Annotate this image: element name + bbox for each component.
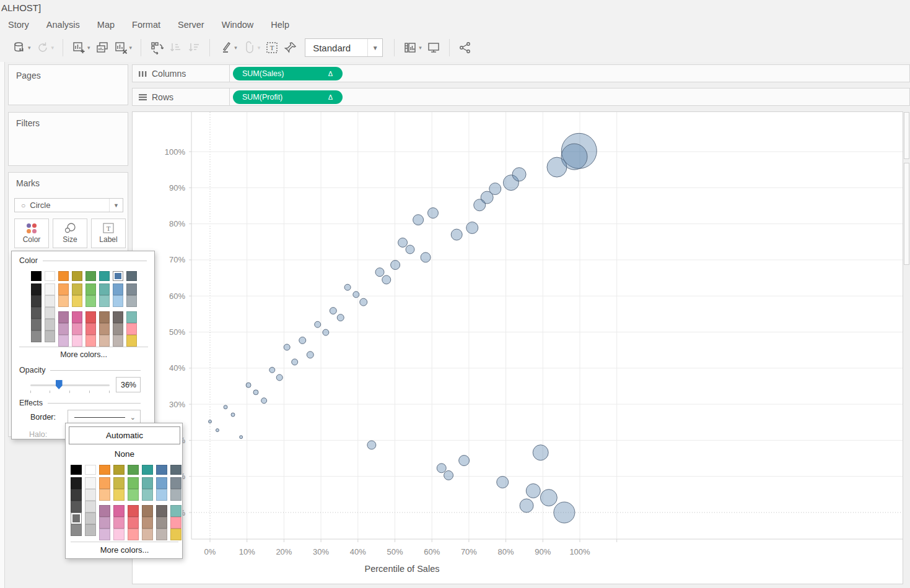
color-swatch[interactable] — [142, 505, 153, 517]
color-swatch[interactable] — [31, 307, 42, 319]
data-point[interactable] — [344, 284, 351, 290]
color-swatch[interactable] — [113, 465, 125, 475]
presentation-mode-button[interactable] — [424, 37, 443, 58]
color-swatch[interactable] — [58, 295, 69, 307]
color-swatch[interactable] — [142, 477, 153, 489]
data-point[interactable] — [459, 456, 470, 466]
color-swatch[interactable] — [72, 335, 82, 347]
color-swatch[interactable] — [142, 517, 153, 529]
color-swatch[interactable] — [85, 512, 96, 524]
color-swatch[interactable] — [126, 335, 137, 347]
color-swatch[interactable] — [85, 524, 96, 536]
collapsed-data-pane[interactable] — [0, 62, 5, 588]
color-swatch[interactable] — [45, 307, 55, 319]
data-point[interactable] — [353, 292, 359, 298]
data-point[interactable] — [276, 374, 282, 381]
color-swatch[interactable] — [31, 331, 42, 342]
color-swatch[interactable] — [142, 489, 153, 501]
caret-icon[interactable]: ▼ — [367, 39, 382, 56]
color-swatch[interactable] — [113, 271, 123, 281]
color-swatch[interactable] — [113, 517, 125, 529]
color-swatch[interactable] — [31, 319, 42, 331]
data-point[interactable] — [512, 168, 526, 181]
filters-card[interactable]: Filters — [8, 112, 128, 166]
new-worksheet-button[interactable]: ▾ — [69, 37, 93, 58]
color-swatch[interactable] — [85, 295, 96, 307]
fix-axes-button[interactable] — [281, 37, 300, 58]
color-swatch[interactable] — [128, 465, 139, 475]
color-swatch[interactable] — [126, 323, 137, 335]
color-button[interactable]: Color — [14, 218, 49, 248]
color-swatch[interactable] — [113, 505, 125, 517]
data-point[interactable] — [533, 445, 548, 460]
color-swatch[interactable] — [85, 335, 96, 347]
show-hide-cards-button[interactable]: ▾ — [401, 37, 424, 58]
datasource-button[interactable]: ▾ — [10, 37, 33, 58]
data-point[interactable] — [444, 470, 453, 480]
data-point[interactable] — [209, 420, 212, 423]
data-point[interactable] — [224, 405, 227, 409]
data-point[interactable] — [497, 477, 509, 488]
color-swatch[interactable] — [85, 271, 96, 281]
color-swatch[interactable] — [126, 271, 137, 281]
data-point[interactable] — [540, 490, 557, 506]
data-point[interactable] — [427, 208, 438, 218]
color-swatch[interactable] — [58, 335, 69, 347]
color-swatch[interactable] — [72, 283, 82, 295]
pill-sum-sales[interactable]: SUM(Sales) Δ — [233, 67, 343, 80]
opacity-slider[interactable] — [30, 384, 110, 386]
data-point[interactable] — [437, 464, 446, 473]
data-point[interactable] — [284, 344, 290, 350]
mark-type-dropdown[interactable]: ○ Circle ▼ — [14, 198, 123, 212]
color-swatch[interactable] — [156, 505, 167, 517]
color-swatch[interactable] — [58, 311, 69, 323]
color-swatch[interactable] — [128, 477, 139, 489]
color-swatch[interactable] — [72, 295, 82, 307]
caret-icon[interactable]: ▾ — [234, 45, 237, 51]
color-swatch[interactable] — [31, 283, 42, 295]
data-point[interactable] — [240, 436, 243, 439]
data-point[interactable] — [474, 199, 486, 211]
color-swatch[interactable] — [99, 477, 110, 489]
color-swatch[interactable] — [45, 283, 55, 295]
color-swatch[interactable] — [72, 311, 82, 323]
data-point[interactable] — [547, 157, 567, 177]
menu-item-format[interactable]: Format — [132, 20, 160, 30]
color-swatch[interactable] — [126, 295, 137, 307]
color-swatch[interactable] — [71, 489, 82, 501]
color-swatch[interactable] — [99, 517, 110, 529]
data-point[interactable] — [421, 253, 431, 262]
color-swatch[interactable] — [99, 505, 110, 517]
color-swatch[interactable] — [156, 529, 167, 540]
data-point[interactable] — [253, 390, 258, 395]
color-swatch[interactable] — [99, 283, 110, 295]
data-point[interactable] — [466, 222, 478, 234]
data-point[interactable] — [554, 502, 575, 523]
color-swatch[interactable] — [85, 283, 96, 295]
caret-icon[interactable]: ▾ — [129, 45, 133, 51]
color-swatch[interactable] — [156, 517, 167, 529]
color-swatch[interactable] — [170, 529, 182, 540]
color-swatch[interactable] — [126, 311, 137, 323]
color-swatch[interactable] — [45, 295, 55, 307]
data-point[interactable] — [323, 329, 329, 335]
color-swatch[interactable] — [58, 271, 69, 281]
more-colors-link[interactable]: More colors... — [12, 350, 155, 359]
color-swatch[interactable] — [45, 271, 55, 281]
color-swatch[interactable] — [142, 529, 153, 540]
size-button[interactable]: Size — [53, 218, 87, 248]
color-swatch[interactable] — [58, 323, 69, 335]
data-point[interactable] — [526, 484, 540, 498]
color-swatch[interactable] — [128, 505, 139, 517]
data-point[interactable] — [231, 413, 235, 417]
data-point[interactable] — [451, 229, 462, 240]
color-swatch[interactable] — [170, 517, 182, 529]
fit-selector[interactable]: Standard ▼ — [305, 38, 383, 57]
opacity-value-field[interactable]: 36% — [116, 377, 141, 392]
data-point[interactable] — [307, 352, 313, 358]
color-swatch[interactable] — [71, 524, 82, 536]
color-swatch[interactable] — [170, 465, 182, 475]
color-swatch[interactable] — [99, 529, 110, 540]
scrollbar-thumb[interactable] — [904, 163, 909, 265]
data-point[interactable] — [375, 268, 384, 277]
